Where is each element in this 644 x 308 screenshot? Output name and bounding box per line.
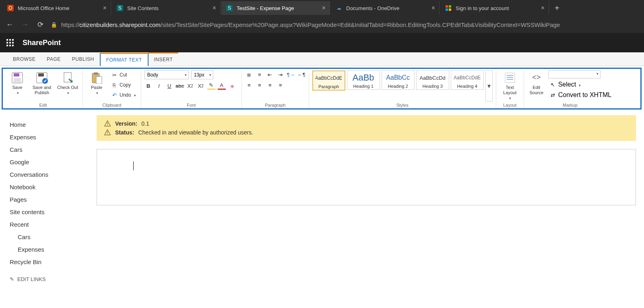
close-icon[interactable]: × — [431, 4, 435, 12]
svg-rect-12 — [94, 72, 98, 74]
reload-button[interactable]: ⟳ — [35, 20, 45, 29]
font-size-select[interactable]: 13px — [191, 70, 213, 79]
forward-button[interactable]: → — [20, 21, 30, 29]
bold-button[interactable]: B — [144, 82, 153, 90]
lock-icon: 🔒 — [51, 22, 57, 28]
ql-cars[interactable]: Cars — [10, 143, 97, 156]
svg-rect-8 — [38, 73, 44, 76]
group-label: Styles — [312, 101, 493, 108]
save-button[interactable]: Save — [7, 70, 28, 95]
svg-rect-5 — [14, 73, 19, 76]
favicon-office-icon: O — [7, 5, 14, 11]
ql-notebook[interactable]: Notebook — [10, 181, 97, 193]
copy-button[interactable]: ⎘ Copy — [109, 81, 138, 89]
app-launcher-icon[interactable] — [6, 39, 14, 46]
close-icon[interactable]: × — [541, 4, 545, 12]
tab-title: Microsoft Office Home — [18, 5, 101, 11]
check-out-icon — [61, 71, 74, 84]
close-icon[interactable]: × — [103, 4, 107, 12]
svg-rect-13 — [96, 76, 102, 84]
style-heading-3[interactable]: AaBbCcDd Heading 3 — [416, 70, 449, 90]
clear-format-button[interactable]: ◈ — [228, 82, 236, 90]
save-and-publish-button[interactable]: Save and Publish — [30, 70, 54, 95]
new-tab-button[interactable]: + — [550, 4, 564, 13]
ql-expenses[interactable]: Expenses — [10, 131, 97, 143]
ltr-button[interactable]: ¶→ — [287, 70, 295, 79]
paste-icon — [90, 71, 103, 84]
content-wrap: Home Expenses Cars Google Conversations … — [0, 115, 644, 282]
close-icon[interactable]: × — [322, 4, 326, 12]
style-paragraph[interactable]: AaBbCcDdE Paragraph — [312, 70, 345, 91]
ql-recent-header[interactable]: Recent — [10, 218, 97, 231]
favicon-sharepoint-icon: S — [226, 5, 233, 11]
text-layout-button[interactable]: Text Layout — [500, 70, 520, 101]
pencil-icon: ✎ — [10, 276, 14, 282]
group-label: Clipboard — [86, 101, 138, 108]
underline-button[interactable]: U — [165, 82, 173, 90]
align-justify-button[interactable]: ≡ — [277, 81, 285, 89]
cut-button[interactable]: ✂ Cut — [109, 70, 138, 79]
ql-home[interactable]: Home — [10, 118, 97, 131]
font-name-select[interactable]: Body — [144, 70, 189, 79]
subscript-button[interactable]: X2 — [186, 82, 194, 90]
url-field[interactable]: 🔒 https://citizenbuilders.sharepoint.com… — [51, 21, 639, 28]
svg-point-19 — [107, 125, 108, 126]
edit-links-button[interactable]: ✎ EDIT LINKS — [10, 276, 97, 282]
ql-recent-expenses[interactable]: Expenses — [10, 243, 97, 256]
url-prefix: https:// — [61, 21, 79, 28]
style-heading-1[interactable]: AaBb Heading 1 — [347, 70, 380, 90]
edit-source-button[interactable]: <> Edit Source — [527, 70, 546, 95]
ql-pages[interactable]: Pages — [10, 193, 97, 206]
status-banner: Version: 0.1 Status: Checked in and view… — [97, 115, 636, 141]
convert-xhtml-button[interactable]: ⇄ Convert to XHTML — [548, 91, 613, 99]
status-value: Checked in and viewable by authorized us… — [138, 129, 253, 136]
rtl-button[interactable]: ←¶ — [297, 70, 305, 79]
indent-button[interactable]: ⇥ — [277, 70, 285, 79]
style-heading-2[interactable]: AaBbCc Heading 2 — [382, 70, 415, 90]
paste-button[interactable]: Paste — [86, 70, 107, 95]
svg-rect-1 — [449, 5, 451, 8]
svg-rect-0 — [446, 5, 448, 8]
browser-tab-signin[interactable]: Sign in to your account × — [440, 1, 549, 15]
styles-more-button[interactable]: ▾ — [485, 70, 493, 101]
ribbon-tab-publish[interactable]: PUBLISH — [66, 52, 100, 66]
ql-google[interactable]: Google — [10, 156, 97, 168]
browser-tab-onedrive[interactable]: ☁ Documents - OneDrive × — [331, 1, 440, 15]
ql-conversations[interactable]: Conversations — [10, 168, 97, 181]
undo-button[interactable]: ↶ Undo — [109, 91, 138, 99]
bulleted-list-button[interactable]: ≣ — [245, 70, 253, 79]
ribbon-tab-format-text[interactable]: FORMAT TEXT — [100, 53, 149, 66]
browser-tab-site-contents[interactable]: S Site Contents × — [112, 1, 221, 15]
style-heading-4[interactable]: AaBbCcDdE Heading 4 — [451, 70, 484, 90]
back-button[interactable]: ← — [5, 21, 14, 29]
page-content-editor[interactable] — [97, 149, 636, 205]
ribbon-tab-page[interactable]: PAGE — [41, 52, 66, 66]
align-left-button[interactable]: ≡ — [245, 81, 253, 89]
group-label: Markup — [527, 101, 613, 108]
ql-site-contents[interactable]: Site contents — [10, 206, 97, 218]
align-right-button[interactable]: ≡ — [266, 81, 274, 89]
select-button[interactable]: ↖ Select — [548, 80, 613, 89]
markup-language-select[interactable] — [548, 70, 601, 79]
chevron-down-icon — [66, 90, 69, 95]
font-color-button[interactable]: A — [218, 82, 226, 90]
strikethrough-button[interactable]: abc — [176, 82, 184, 90]
numbered-list-button[interactable]: ≡ — [256, 70, 264, 79]
svg-point-21 — [107, 134, 108, 134]
ribbon-tab-browse[interactable]: BROWSE — [7, 52, 41, 66]
browser-tab-office[interactable]: O Microsoft Office Home × — [2, 1, 111, 15]
superscript-button[interactable]: X2 — [197, 82, 205, 90]
align-center-button[interactable]: ≡ — [256, 81, 264, 89]
close-icon[interactable]: × — [213, 4, 216, 12]
outdent-button[interactable]: ⇤ — [266, 70, 274, 79]
check-out-button[interactable]: Check Out — [56, 70, 79, 95]
ribbon-tab-insert[interactable]: INSERT — [149, 52, 179, 66]
browser-tab-expense-page[interactable]: S TestSite - Expense Page × — [221, 1, 330, 15]
suite-bar: SharePoint — [0, 33, 644, 52]
tab-strip: O Microsoft Office Home × S Site Content… — [0, 0, 644, 16]
italic-button[interactable]: I — [155, 82, 163, 90]
ql-recycle-bin[interactable]: Recycle Bin — [10, 256, 97, 268]
ql-recent-cars[interactable]: Cars — [10, 231, 97, 243]
svg-rect-2 — [446, 8, 448, 11]
highlight-button[interactable]: ✎ — [207, 82, 215, 90]
